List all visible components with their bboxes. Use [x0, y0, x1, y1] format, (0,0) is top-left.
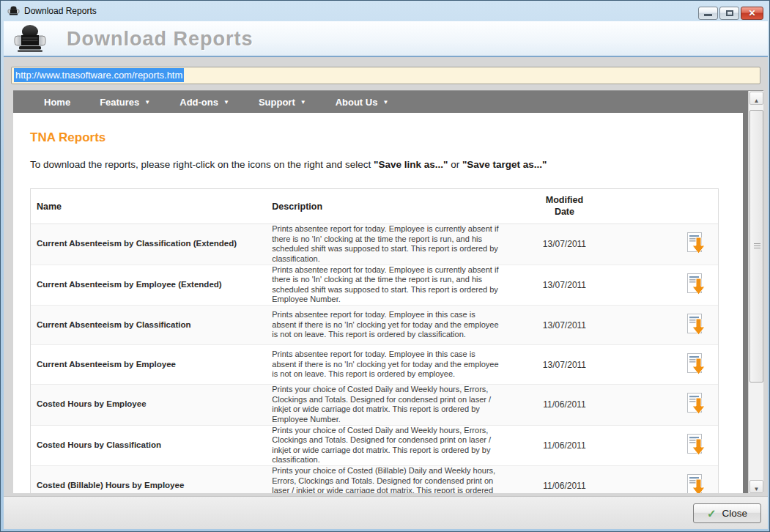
minimize-icon	[704, 14, 712, 16]
report-name: Current Absenteeism by Classification (E…	[31, 239, 272, 249]
report-modified-date: 13/07/2011	[514, 239, 616, 249]
page-title: Download Reports	[67, 28, 253, 51]
close-button[interactable]: ✓ Close	[693, 503, 761, 523]
report-description: Prints your choice of Costed Daily and W…	[272, 426, 513, 466]
web-page: TNA Reports To download the reports, ple…	[13, 113, 743, 493]
report-download-cell	[615, 434, 718, 457]
column-header-name: Name	[31, 202, 272, 212]
download-icon[interactable]	[687, 393, 706, 416]
report-modified-date: 13/07/2011	[514, 360, 616, 370]
dialog-window: Download Reports ✕	[0, 0, 770, 532]
report-name: Current Absenteeism by Employee	[31, 360, 272, 370]
close-icon: ✕	[741, 8, 763, 18]
chevron-down-icon: ▼	[382, 99, 388, 106]
save-target-as-label: "Save target as..."	[462, 159, 547, 170]
report-description: Prints absentee report for today. Employ…	[272, 265, 513, 306]
instruction-text: To download the reports, please right-cl…	[30, 159, 547, 170]
nav-item-add-ons[interactable]: Add-ons ▼	[165, 97, 244, 108]
report-modified-date: 11/06/2011	[514, 399, 616, 410]
report-description: Prints absentee report for today. Employ…	[272, 310, 513, 340]
download-icon[interactable]	[687, 232, 706, 256]
report-modified-date: 13/07/2011	[514, 280, 616, 290]
column-header-description: Description	[272, 202, 513, 212]
table-row: Current Absenteeism by Employee (Extende…	[31, 265, 718, 306]
download-icon[interactable]	[687, 314, 706, 337]
report-download-cell	[615, 232, 718, 256]
check-icon: ✓	[707, 507, 717, 520]
report-name: Current Absenteeism by Employee (Extende…	[31, 280, 272, 290]
nav-item-features[interactable]: Features ▼	[85, 97, 165, 108]
report-description: Prints absentee report for today. Employ…	[272, 224, 513, 265]
vertical-scrollbar[interactable]: ▲ ▼	[748, 91, 763, 493]
scrollbar-thumb[interactable]	[749, 110, 763, 383]
window-title: Download Reports	[24, 6, 97, 16]
nav-bar: Home ▼ Features ▼ Add-ons ▼ Support ▼ Ab…	[13, 91, 748, 113]
url-selected-text: http://www.tnasoftware.com/reports.htm	[14, 68, 184, 82]
save-link-as-label: "Save link as..."	[374, 159, 448, 170]
table-row: Current Absenteeism by Employee Prints a…	[31, 345, 718, 385]
chevron-down-icon: ▼	[223, 99, 229, 106]
table-row: Costed Hours by Employee Prints your cho…	[31, 385, 718, 426]
report-modified-date: 11/06/2011	[514, 440, 616, 451]
report-name: Current Absenteeism by Classification	[31, 320, 272, 330]
table-row: Current Absenteeism by Classification Pr…	[31, 306, 718, 345]
report-table: Name Description Modified Date Current A…	[30, 188, 719, 493]
report-modified-date: 11/06/2011	[514, 481, 616, 491]
scroll-down-button[interactable]: ▼	[749, 480, 763, 493]
report-description: Prints absentee report for today. Employ…	[272, 350, 513, 380]
scroll-up-button[interactable]: ▲	[749, 92, 763, 105]
nav-item-home[interactable]: Home ▼	[29, 97, 85, 108]
dialog-footer: ✓ Close	[4, 496, 768, 529]
browser-viewport: Home ▼ Features ▼ Add-ons ▼ Support ▼ Ab…	[13, 91, 748, 493]
report-description: Prints your choice of Costed Daily and W…	[272, 385, 513, 425]
embedded-browser: Home ▼ Features ▼ Add-ons ▼ Support ▼ Ab…	[13, 90, 763, 493]
report-description: Prints your choice of Costed (Billable) …	[272, 466, 513, 493]
dialog-body: http://www.tnasoftware.com/reports.htm H…	[4, 57, 768, 496]
printer-icon	[7, 6, 20, 16]
close-window-button[interactable]: ✕	[741, 7, 763, 20]
column-header-modified-date: Modified Date	[514, 195, 616, 218]
instruction-part3: or	[448, 159, 462, 170]
report-download-cell	[615, 393, 718, 416]
download-icon[interactable]	[687, 353, 706, 377]
maximize-button[interactable]	[719, 7, 739, 20]
reports-heading: TNA Reports	[30, 130, 105, 145]
scroll-up-icon: ▲	[754, 97, 760, 104]
report-modified-date: 13/07/2011	[514, 320, 616, 330]
report-name: Costed Hours by Classification	[31, 440, 272, 451]
maximize-icon	[726, 10, 733, 16]
table-header-row: Name Description Modified Date	[31, 189, 718, 224]
report-download-cell	[615, 474, 718, 493]
chevron-down-icon: ▼	[300, 99, 306, 106]
table-row: Costed Hours by Classification Prints yo…	[31, 426, 718, 467]
scrollbar-grip-icon	[754, 243, 760, 249]
url-input[interactable]: http://www.tnasoftware.com/reports.htm	[11, 67, 760, 84]
scroll-down-icon: ▼	[754, 486, 760, 492]
close-button-label: Close	[722, 508, 748, 519]
download-icon[interactable]	[687, 474, 706, 493]
chevron-down-icon: ▼	[144, 99, 150, 106]
printer-icon-large	[12, 23, 48, 54]
nav-item-support[interactable]: Support ▼	[244, 97, 321, 108]
download-icon[interactable]	[687, 434, 706, 457]
minimize-button[interactable]	[698, 7, 718, 20]
nav-item-about-us[interactable]: About Us ▼	[321, 97, 404, 108]
download-icon[interactable]	[687, 273, 706, 297]
report-table-body: Current Absenteeism by Classification (E…	[31, 224, 718, 493]
dialog-header: Download Reports	[4, 21, 768, 57]
table-row: Current Absenteeism by Classification (E…	[31, 224, 718, 265]
report-download-cell	[615, 273, 718, 297]
table-row: Costed (Billable) Hours by Employee Prin…	[31, 466, 718, 493]
report-name: Costed (Billable) Hours by Employee	[31, 481, 272, 491]
title-bar[interactable]: Download Reports ✕	[1, 1, 769, 21]
report-download-cell	[615, 314, 718, 337]
report-name: Costed Hours by Employee	[31, 399, 272, 410]
instruction-part1: To download the reports, please right-cl…	[30, 159, 374, 170]
report-download-cell	[615, 353, 718, 377]
